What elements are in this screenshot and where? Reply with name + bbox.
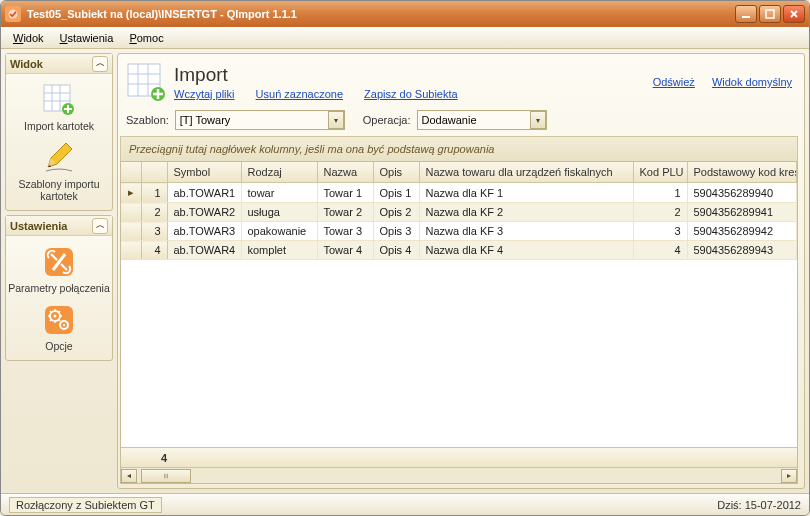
row-number: 3 [141, 222, 167, 241]
today-date: 15-07-2012 [745, 499, 801, 511]
cell-kod-plu[interactable]: 2 [633, 203, 687, 222]
pencil-icon [41, 140, 77, 176]
cell-kod-kreskowy[interactable]: 5904356289942 [687, 222, 797, 241]
link-wczytaj-pliki[interactable]: Wczytaj pliki [174, 88, 235, 100]
row-number: 4 [141, 241, 167, 260]
cell-symbol[interactable]: ab.TOWAR4 [167, 241, 241, 260]
close-button[interactable] [783, 5, 805, 23]
col-nazwa[interactable]: Nazwa [317, 162, 373, 183]
sidebar: Widok ︿ Import kartotek [1, 49, 117, 493]
cell-nazwa-fisk[interactable]: Nazwa dla KF 1 [419, 183, 633, 203]
cell-rodzaj[interactable]: opakowanie [241, 222, 317, 241]
cell-nazwa[interactable]: Towar 1 [317, 183, 373, 203]
cell-kod-plu[interactable]: 4 [633, 241, 687, 260]
cell-nazwa-fisk[interactable]: Nazwa dla KF 4 [419, 241, 633, 260]
cell-symbol[interactable]: ab.TOWAR3 [167, 222, 241, 241]
scroll-left-button[interactable]: ◂ [121, 469, 137, 483]
table-header-row: Symbol Rodzaj Nazwa Opis Nazwa towaru dl… [121, 162, 797, 183]
cell-kod-kreskowy[interactable]: 5904356289940 [687, 183, 797, 203]
szablon-select[interactable] [175, 110, 345, 130]
table-row[interactable]: 3ab.TOWAR3opakowanieTowar 3Opis 3Nazwa d… [121, 222, 797, 241]
maximize-button[interactable] [759, 5, 781, 23]
menu-pomoc[interactable]: Pomoc [123, 30, 169, 46]
indicator-header[interactable] [121, 162, 141, 183]
chevron-down-icon[interactable]: ▾ [530, 111, 546, 129]
panel-title-widok: Widok [10, 58, 43, 70]
row-indicator [121, 241, 141, 260]
col-nazwa-fiskalna[interactable]: Nazwa towaru dla urządzeń fiskalnych [419, 162, 633, 183]
svg-point-10 [63, 324, 65, 326]
operacja-select[interactable] [417, 110, 547, 130]
cell-rodzaj[interactable]: usługa [241, 203, 317, 222]
row-indicator [121, 222, 141, 241]
cell-kod-plu[interactable]: 1 [633, 183, 687, 203]
scroll-thumb[interactable] [141, 469, 191, 483]
row-indicator [121, 203, 141, 222]
cell-opis[interactable]: Opis 1 [373, 183, 419, 203]
cell-opis[interactable]: Opis 3 [373, 222, 419, 241]
sidebar-item-opcje[interactable]: Opcje [8, 300, 110, 354]
panel-title-ustawienia: Ustawienia [10, 220, 67, 232]
table-row[interactable]: 2ab.TOWAR2usługaTowar 2Opis 2Nazwa dla K… [121, 203, 797, 222]
import-header-icon [126, 62, 166, 102]
col-kod-kreskowy[interactable]: Podstawowy kod kreskowy [687, 162, 797, 183]
cell-symbol[interactable]: ab.TOWAR1 [167, 183, 241, 203]
sidebar-item-szablony[interactable]: Szablony importu kartotek [8, 138, 110, 204]
scroll-track[interactable] [137, 469, 781, 483]
menubar: Widok Ustawienia Pomoc [1, 27, 809, 49]
cell-nazwa-fisk[interactable]: Nazwa dla KF 3 [419, 222, 633, 241]
horizontal-scrollbar[interactable]: ◂ ▸ [121, 467, 797, 483]
cell-kod-plu[interactable]: 3 [633, 222, 687, 241]
szablon-label: Szablon: [126, 114, 169, 126]
col-kod-plu[interactable]: Kod PLU [633, 162, 687, 183]
collapse-button[interactable]: ︿ [92, 56, 108, 72]
grid-footer: 4 [121, 447, 797, 467]
sidebar-panel-widok: Widok ︿ Import kartotek [5, 53, 113, 211]
cell-symbol[interactable]: ab.TOWAR2 [167, 203, 241, 222]
sidebar-panel-ustawienia: Ustawienia ︿ Parametry połączenia [5, 215, 113, 361]
chevron-down-icon[interactable]: ▾ [328, 111, 344, 129]
menu-ustawienia[interactable]: Ustawienia [54, 30, 120, 46]
minimize-button[interactable] [735, 5, 757, 23]
col-symbol[interactable]: Symbol [167, 162, 241, 183]
cell-nazwa[interactable]: Towar 2 [317, 203, 373, 222]
collapse-button[interactable]: ︿ [92, 218, 108, 234]
group-by-hint[interactable]: Przeciągnij tutaj nagłówek kolumny, jeśl… [120, 136, 798, 161]
cell-nazwa-fisk[interactable]: Nazwa dla KF 2 [419, 203, 633, 222]
today-label: Dziś: [717, 499, 741, 511]
window-title: Test05_Subiekt na (local)\INSERTGT - QIm… [27, 8, 735, 20]
cell-rodzaj[interactable]: komplet [241, 241, 317, 260]
tools-icon [41, 244, 77, 280]
table-row[interactable]: 4ab.TOWAR4kompletTowar 4Opis 4Nazwa dla … [121, 241, 797, 260]
col-opis[interactable]: Opis [373, 162, 419, 183]
grid-add-icon [41, 82, 77, 118]
content-area: Import Wczytaj pliki Usuń zaznaczone Zap… [117, 53, 805, 489]
cell-nazwa[interactable]: Towar 3 [317, 222, 373, 241]
sidebar-item-import-kartotek[interactable]: Import kartotek [8, 80, 110, 134]
cell-kod-kreskowy[interactable]: 5904356289941 [687, 203, 797, 222]
row-number: 1 [141, 183, 167, 203]
table-row[interactable]: ▸1ab.TOWAR1towarTowar 1Opis 1Nazwa dla K… [121, 183, 797, 203]
rownum-header[interactable] [141, 162, 167, 183]
link-odswiez[interactable]: Odśwież [653, 76, 695, 88]
app-icon [5, 6, 21, 22]
statusbar: Rozłączony z Subiektem GT Dziś: 15-07-20… [1, 493, 809, 515]
scroll-right-button[interactable]: ▸ [781, 469, 797, 483]
sidebar-item-parametry[interactable]: Parametry połączenia [8, 242, 110, 296]
menu-widok[interactable]: Widok [7, 30, 50, 46]
link-widok-domyslny[interactable]: Widok domyślny [712, 76, 792, 88]
link-zapisz-do-subiekta[interactable]: Zapisz do Subiekta [364, 88, 458, 100]
col-rodzaj[interactable]: Rodzaj [241, 162, 317, 183]
cell-nazwa[interactable]: Towar 4 [317, 241, 373, 260]
cell-kod-kreskowy[interactable]: 5904356289943 [687, 241, 797, 260]
operacja-label: Operacja: [363, 114, 411, 126]
titlebar: Test05_Subiekt na (local)\INSERTGT - QIm… [1, 1, 809, 27]
cell-opis[interactable]: Opis 2 [373, 203, 419, 222]
page-title: Import [174, 64, 476, 86]
svg-rect-1 [742, 16, 750, 18]
link-usun-zaznaczone[interactable]: Usuń zaznaczone [256, 88, 343, 100]
row-count: 4 [161, 452, 167, 464]
gears-icon [41, 302, 77, 338]
cell-opis[interactable]: Opis 4 [373, 241, 419, 260]
cell-rodzaj[interactable]: towar [241, 183, 317, 203]
